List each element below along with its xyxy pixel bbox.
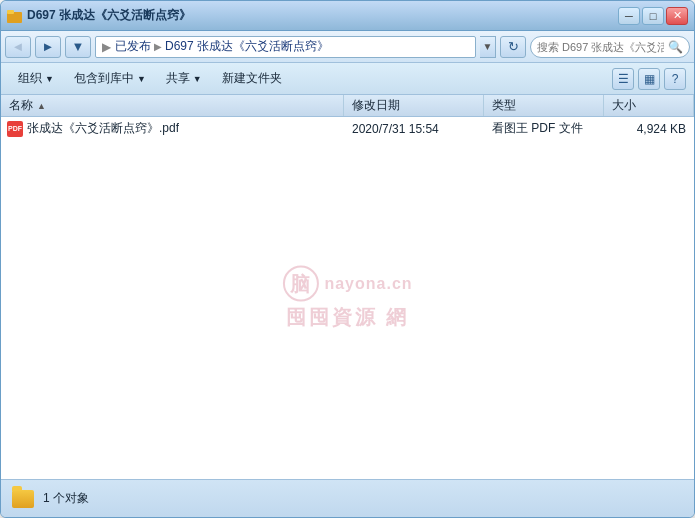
file-name-cell: PDF 张成达《六爻活断点窍》.pdf xyxy=(1,120,344,137)
window-icon xyxy=(7,8,23,24)
address-path[interactable]: ▶ 已发布 ▶ D697 张成达《六爻活断点窍》 xyxy=(95,36,476,58)
column-headers: 名称 ▲ 修改日期 类型 大小 xyxy=(1,95,694,117)
window-title: D697 张成达《六爻活断点窍》 xyxy=(27,7,191,24)
col-header-type[interactable]: 类型 xyxy=(484,95,604,116)
path-arrow: ▶ xyxy=(154,41,162,52)
title-bar-buttons: ─ □ ✕ xyxy=(618,7,688,25)
watermark-cn-text: 囤囤資源 網 xyxy=(286,304,410,331)
file-type: 看图王 PDF 文件 xyxy=(484,120,604,137)
path-segment-published[interactable]: 已发布 xyxy=(115,38,151,55)
file-name: 张成达《六爻活断点窍》.pdf xyxy=(27,120,179,137)
folder-shape xyxy=(12,490,34,508)
address-bar: ◄ ► ▼ ▶ 已发布 ▶ D697 张成达《六爻活断点窍》 ▼ ↻ 🔍 xyxy=(1,31,694,63)
col-header-name[interactable]: 名称 ▲ xyxy=(1,95,344,116)
table-row[interactable]: PDF 张成达《六爻活断点窍》.pdf 2020/7/31 15:54 看图王 … xyxy=(1,117,694,141)
watermark: 脑 nayona.cn 囤囤資源 網 xyxy=(282,266,412,331)
path-dropdown-arrow[interactable]: ▼ xyxy=(480,36,496,58)
dropdown-button[interactable]: ▼ xyxy=(65,36,91,58)
toolbar-right: ☰ ▦ ? xyxy=(612,68,686,90)
search-input[interactable] xyxy=(537,41,664,53)
file-list: PDF 张成达《六爻活断点窍》.pdf 2020/7/31 15:54 看图王 … xyxy=(1,117,694,479)
path-separator: ▶ xyxy=(102,40,111,54)
view-grid-button[interactable]: ▦ xyxy=(638,68,660,90)
forward-button[interactable]: ► xyxy=(35,36,61,58)
maximize-button[interactable]: □ xyxy=(642,7,664,25)
status-text: 1 个对象 xyxy=(43,490,89,507)
include-library-button[interactable]: 包含到库中 ▼ xyxy=(65,67,155,91)
new-folder-button[interactable]: 新建文件夹 xyxy=(213,67,291,91)
explorer-window: D697 张成达《六爻活断点窍》 ─ □ ✕ ◄ ► ▼ ▶ 已发布 ▶ D69… xyxy=(0,0,695,518)
col-header-date[interactable]: 修改日期 xyxy=(344,95,484,116)
svg-rect-1 xyxy=(7,10,14,14)
sort-arrow: ▲ xyxy=(37,101,46,111)
organize-button[interactable]: 组织 ▼ xyxy=(9,67,63,91)
watermark-logo-circle: 脑 xyxy=(282,266,318,302)
pdf-icon: PDF xyxy=(7,121,23,137)
share-button[interactable]: 共享 ▼ xyxy=(157,67,211,91)
watermark-url: nayona.cn xyxy=(324,275,412,293)
title-bar: D697 张成达《六爻活断点窍》 ─ □ ✕ xyxy=(1,1,694,31)
refresh-button[interactable]: ↻ xyxy=(500,36,526,58)
back-button[interactable]: ◄ xyxy=(5,36,31,58)
minimize-button[interactable]: ─ xyxy=(618,7,640,25)
toolbar: 组织 ▼ 包含到库中 ▼ 共享 ▼ 新建文件夹 ☰ ▦ ? xyxy=(1,63,694,95)
search-icon[interactable]: 🔍 xyxy=(668,40,683,54)
help-button[interactable]: ? xyxy=(664,68,686,90)
status-folder-icon xyxy=(11,487,35,511)
close-button[interactable]: ✕ xyxy=(666,7,688,25)
file-date: 2020/7/31 15:54 xyxy=(344,122,484,136)
status-bar: 1 个对象 xyxy=(1,479,694,517)
view-toggle-button[interactable]: ☰ xyxy=(612,68,634,90)
col-header-size[interactable]: 大小 xyxy=(604,95,694,116)
title-bar-left: D697 张成达《六爻活断点窍》 xyxy=(7,7,191,24)
file-size: 4,924 KB xyxy=(604,122,694,136)
search-box: 🔍 xyxy=(530,36,690,58)
path-segment-folder[interactable]: D697 张成达《六爻活断点窍》 xyxy=(165,38,329,55)
